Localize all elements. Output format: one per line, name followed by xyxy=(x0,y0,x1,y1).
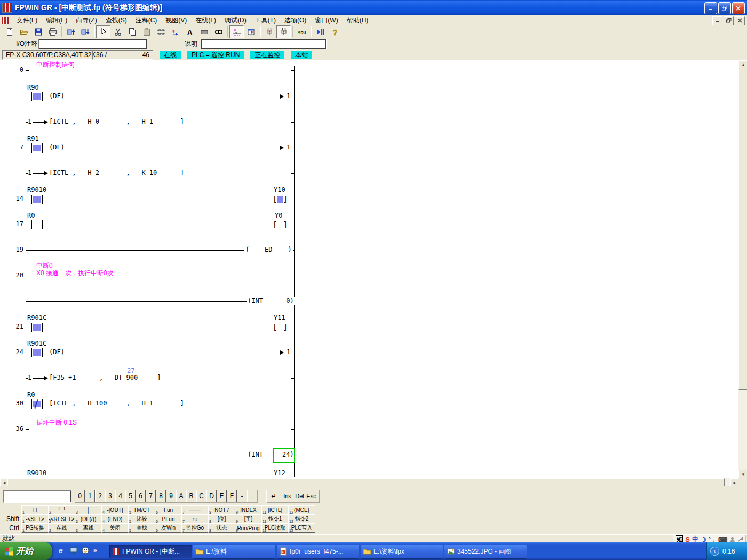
fkey-shift-f6[interactable]: PFun6 xyxy=(155,514,182,524)
status-display-icon[interactable] xyxy=(244,25,258,38)
fkey-shift-f12[interactable]: 指令212 xyxy=(288,514,315,524)
key-7[interactable]: 7 xyxy=(146,490,156,502)
run-pause-icon[interactable] xyxy=(313,25,327,38)
fkey-shift-f2[interactable]: -<RESET>2 xyxy=(48,514,75,524)
print-icon[interactable] xyxy=(45,25,60,38)
fkey-shift-f5[interactable]: 比较5 xyxy=(128,514,155,524)
messenger-icon[interactable] xyxy=(81,546,90,556)
fkey-f7[interactable]: ───7 xyxy=(181,505,209,515)
task-button-3[interactable]: Ffp0r_users_f475-... xyxy=(277,545,359,558)
fkey-f1[interactable]: ⊣ ⊢1 xyxy=(21,505,49,515)
minimize-button[interactable] xyxy=(704,2,717,14)
key-.[interactable]: . xyxy=(247,490,257,502)
fkey-ctrl-f8[interactable]: 状态8 xyxy=(208,523,235,533)
vertical-scroll-thumb[interactable] xyxy=(738,68,747,390)
fkey-shift-f1[interactable]: -<SET>1 xyxy=(21,514,49,524)
fkey-ctrl-f3[interactable]: 离线3 xyxy=(75,523,102,533)
fkey-shift-f9[interactable]: [字]9 xyxy=(235,514,262,524)
menu-11[interactable]: 窗口(W) xyxy=(311,15,342,26)
plc-offline-icon[interactable] xyxy=(262,25,276,38)
menu-8[interactable]: 调试(D) xyxy=(220,15,251,26)
fkey-f9[interactable]: INDEX9 xyxy=(235,505,262,515)
instruction-entry-input[interactable] xyxy=(3,490,71,503)
io-comment-input[interactable] xyxy=(38,39,147,49)
new-file-icon[interactable] xyxy=(2,25,17,38)
fkey-shift-f8[interactable]: [位]8 xyxy=(208,514,235,524)
fkey-f2[interactable]: ┘ └2 xyxy=(48,505,75,515)
key-C[interactable]: C xyxy=(196,490,206,502)
select-cursor-icon[interactable] xyxy=(96,25,110,38)
copy-icon[interactable] xyxy=(125,25,139,38)
ladder-editor-canvas[interactable]: 071417192021243036中断控制语句中断0X0 接通一次，执行中断0… xyxy=(0,60,738,478)
close-button[interactable] xyxy=(732,2,745,14)
key-8[interactable]: 8 xyxy=(156,490,166,502)
paste-icon[interactable] xyxy=(139,25,154,38)
key-2[interactable]: 2 xyxy=(95,490,105,502)
block-select-icon[interactable] xyxy=(197,25,211,38)
key-5[interactable]: 5 xyxy=(125,490,136,502)
fkey-f12[interactable]: (MCE)12 xyxy=(288,505,315,515)
menu-12[interactable]: 帮助(H) xyxy=(343,15,373,26)
key-4[interactable]: 4 xyxy=(115,490,125,502)
task-button-2[interactable]: E:\资料 xyxy=(193,545,275,558)
fkey-shift-f11[interactable]: 指令111 xyxy=(261,514,289,524)
find-icon[interactable] xyxy=(211,25,226,38)
fkey-ctrl-f5[interactable]: 查找5 xyxy=(128,523,155,533)
menu-1[interactable]: 文件(F) xyxy=(12,15,42,26)
key-esc[interactable]: Esc xyxy=(304,490,319,502)
monitor-mode-icon[interactable] xyxy=(229,25,244,38)
task-button-5[interactable]: 345522.JPG - 画图 xyxy=(444,545,527,558)
menu-6[interactable]: 视图(V) xyxy=(161,15,191,26)
show-desktop-icon[interactable] xyxy=(69,546,78,556)
restore-button[interactable] xyxy=(718,2,731,14)
fkey-f11[interactable]: [ICTL]11 xyxy=(261,505,289,515)
key-B[interactable]: B xyxy=(186,490,196,502)
menu-5[interactable]: 注释(C) xyxy=(131,15,162,26)
fkey-ctrl-f11[interactable]: PLC读取11 xyxy=(261,523,289,533)
fkey-f3[interactable]: │3 xyxy=(75,505,102,515)
vertical-scrollbar[interactable]: ▲ ▼ xyxy=(738,60,747,478)
menu-3[interactable]: 向导(Z) xyxy=(71,15,101,26)
fkey-ctrl-f7[interactable]: 监控Go7 xyxy=(181,523,209,533)
fkey-ctrl-f2[interactable]: 在线2 xyxy=(48,523,75,533)
user-icon[interactable] xyxy=(729,537,735,542)
fkey-f4[interactable]: -[OUT]4 xyxy=(101,505,129,515)
task-button-1[interactable]: FPWIN GR - [中断... xyxy=(109,545,192,558)
menu-10[interactable]: 选项(O) xyxy=(280,15,311,26)
key-A[interactable]: A xyxy=(176,490,186,502)
key-6[interactable]: 6 xyxy=(136,490,146,502)
start-button[interactable]: 开始 xyxy=(0,542,52,560)
fkey-f6[interactable]: Fun6 xyxy=(155,505,182,515)
open-file-icon[interactable] xyxy=(17,25,31,38)
mdi-restore-button[interactable] xyxy=(724,16,734,25)
mdi-close-button[interactable] xyxy=(735,16,745,25)
symbol-ladder-icon[interactable] xyxy=(154,25,168,38)
scroll-down-button[interactable]: ▼ xyxy=(738,470,747,478)
key-9[interactable]: 9 xyxy=(166,490,176,502)
help-icon[interactable]: ? xyxy=(327,25,341,38)
key-1[interactable]: 1 xyxy=(85,490,95,502)
wrench-icon[interactable] xyxy=(737,537,743,542)
menu-4[interactable]: 查找(S) xyxy=(101,15,131,26)
plc-online-icon[interactable] xyxy=(276,25,291,38)
menu-2[interactable]: 编辑(E) xyxy=(42,15,71,26)
key-F[interactable]: F xyxy=(227,490,237,502)
pg-download-icon[interactable] xyxy=(78,25,92,38)
run-mode-icon[interactable]: RUN xyxy=(295,25,309,38)
ie-icon[interactable]: e xyxy=(58,546,66,556)
mdi-minimize-button[interactable] xyxy=(712,16,722,25)
key-enter[interactable]: ↵ xyxy=(266,490,281,502)
save-icon[interactable] xyxy=(31,25,45,38)
fkey-f5[interactable]: TM/CT5 xyxy=(128,505,155,515)
fkey-ctrl-f4[interactable]: 关闭4 xyxy=(101,523,129,533)
pg-upload-icon[interactable] xyxy=(63,25,78,38)
key-D[interactable]: D xyxy=(206,490,217,502)
fkey-ctrl-f12[interactable]: PLC写入12 xyxy=(288,523,315,533)
key-3[interactable]: 3 xyxy=(105,490,115,502)
fkey-shift-f7[interactable]: ↑↓7 xyxy=(181,514,209,524)
fkey-f8[interactable]: NOT /8 xyxy=(208,505,235,515)
fkey-ctrl-f9[interactable]: Run/Prog9 xyxy=(235,523,262,533)
description-input[interactable] xyxy=(201,39,327,49)
key-E[interactable]: E xyxy=(217,490,227,502)
chevron-icon[interactable]: » xyxy=(93,546,101,556)
